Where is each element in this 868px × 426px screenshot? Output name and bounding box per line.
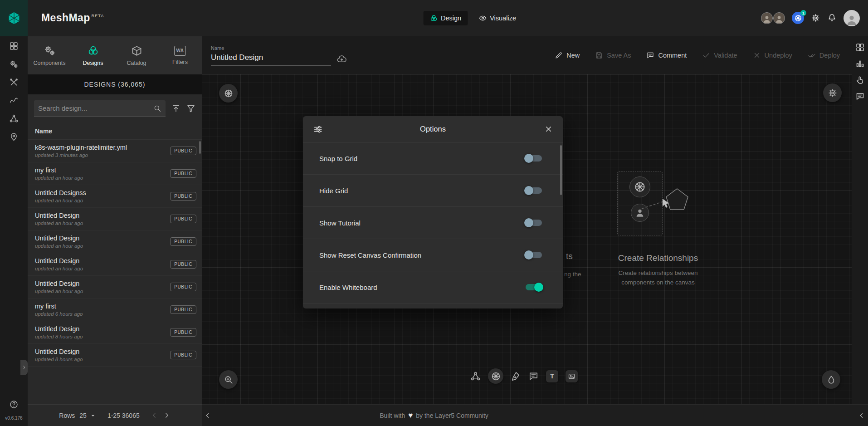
collapse-right-button[interactable] xyxy=(858,405,865,426)
chat-icon xyxy=(855,92,865,101)
validate-button[interactable]: Validate xyxy=(702,51,737,59)
deploy-button[interactable]: Deploy xyxy=(808,51,840,59)
design-list-item[interactable]: Untitled Designupdated 8 hours ago PUBLI… xyxy=(28,321,202,344)
collapse-left-button[interactable] xyxy=(204,405,211,426)
user-avatar[interactable] xyxy=(844,10,860,26)
save-as-button[interactable]: Save As xyxy=(595,51,631,59)
next-page-button[interactable] xyxy=(163,411,171,419)
import-design-button[interactable] xyxy=(171,104,180,113)
double-check-icon xyxy=(808,51,816,59)
design-list-item[interactable]: Untitled Designupdated 8 hours ago PUBLI… xyxy=(28,344,202,367)
tune-sliders-icon xyxy=(313,124,323,134)
help-button[interactable] xyxy=(0,396,28,413)
toggle-reset-canvas-confirmation[interactable] xyxy=(526,252,542,258)
dock-panels-button[interactable] xyxy=(855,43,865,52)
app-root: v0.6.176 MeshMapBETA Design Visualize 1 xyxy=(0,0,868,426)
modal-scrollbar[interactable] xyxy=(560,145,562,195)
option-row-reset-canvas-confirmation: Show Reset Canvas Confirmation xyxy=(303,239,563,271)
components-icon xyxy=(44,44,56,57)
design-name-group: Name xyxy=(211,45,347,66)
rail-item-extensions[interactable] xyxy=(0,110,28,127)
rail-item-performance[interactable] xyxy=(0,92,28,109)
canvas-settings-button[interactable] xyxy=(823,83,842,102)
comment-tool-button[interactable] xyxy=(528,371,539,382)
draw-tool-button[interactable] xyxy=(511,371,521,382)
zoom-button[interactable] xyxy=(219,370,238,389)
filter-button[interactable] xyxy=(186,104,195,113)
design-list-item[interactable]: Untitled Designupdated an hour ago PUBLI… xyxy=(28,253,202,276)
design-list-item[interactable]: k8s-wasm-plugin-ratelimiter.ymlupdated 3… xyxy=(28,140,202,162)
toggle-enable-whiteboard[interactable] xyxy=(526,284,542,290)
cloud-icon xyxy=(336,54,347,64)
rail-item-configuration[interactable] xyxy=(0,73,28,91)
text-tool-button[interactable]: T xyxy=(546,370,558,382)
media-tool-button[interactable] xyxy=(566,370,578,382)
comment-button[interactable]: Comment xyxy=(646,51,687,59)
rail-item-lifecycle[interactable] xyxy=(0,55,28,73)
design-list-item[interactable]: Untitled Designupdated an hour ago PUBLI… xyxy=(28,208,202,230)
tab-visualize[interactable]: Visualize xyxy=(472,11,522,25)
rail-item-dashboard[interactable] xyxy=(0,37,28,54)
visibility-badge: PUBLIC xyxy=(170,215,196,223)
tools-icon xyxy=(9,78,19,87)
kubernetes-icon xyxy=(794,14,802,22)
tab-design[interactable]: Design xyxy=(423,11,468,25)
designs-count-header: DESIGNS (36,065) xyxy=(28,74,202,94)
design-updated: updated an hour ago xyxy=(35,198,166,203)
design-list-item[interactable]: Untitled Designupdated an hour ago PUBLI… xyxy=(28,230,202,253)
design-name: k8s-wasm-plugin-ratelimiter.yml xyxy=(35,144,166,151)
tab-designs[interactable]: Designs xyxy=(71,36,115,74)
version-label: v0.6.176 xyxy=(5,413,22,426)
design-list-item[interactable]: Untitled Designupdated an hour ago PUBLI… xyxy=(28,276,202,299)
new-button[interactable]: New xyxy=(555,51,580,59)
kubernetes-fab-button[interactable] xyxy=(219,84,238,103)
kubernetes-tool-button[interactable] xyxy=(488,368,503,384)
rail-item-location[interactable] xyxy=(0,128,28,145)
layer5-logo[interactable] xyxy=(0,0,28,36)
toggle-snap-to-grid[interactable] xyxy=(526,155,542,162)
layer5-hexagon-icon xyxy=(6,10,22,26)
collaborator-avatar[interactable] xyxy=(761,12,773,24)
search-input[interactable] xyxy=(38,104,153,112)
dock-comments-button[interactable] xyxy=(855,92,865,101)
toggle-show-tutorial[interactable] xyxy=(526,220,542,226)
design-actions: New Save As Comment Validate Undeploy De… xyxy=(555,51,840,59)
sidebar-expander[interactable] xyxy=(20,360,28,375)
notifications-button[interactable] xyxy=(827,13,837,23)
design-list-item[interactable]: Untitled Designssupdated an hour ago PUB… xyxy=(28,185,202,208)
tab-components[interactable]: Components xyxy=(28,36,71,74)
design-list-item[interactable]: my firstupdated 6 hours ago PUBLIC xyxy=(28,299,202,321)
visibility-badge: PUBLIC xyxy=(170,169,196,178)
prev-page-button[interactable] xyxy=(151,411,158,419)
tab-catalog[interactable]: Catalog xyxy=(115,36,158,74)
hint-title: Create Relationships xyxy=(590,253,726,263)
image-icon xyxy=(568,372,575,380)
heart-icon: ♥ xyxy=(408,411,413,420)
design-name: Untitled Design xyxy=(35,257,166,264)
design-name: my first xyxy=(35,303,166,310)
undeploy-button[interactable]: Undeploy xyxy=(753,51,792,59)
toggle-hide-grid[interactable] xyxy=(526,187,542,194)
options-modal-title: Options xyxy=(303,125,563,133)
bell-icon xyxy=(827,13,837,23)
drop-tool-button[interactable] xyxy=(822,370,840,389)
list-scrollbar[interactable] xyxy=(199,141,201,154)
shapes-tool-button[interactable] xyxy=(470,371,481,382)
footer-credit: Built with ♥ by the Layer5 Community xyxy=(380,405,488,426)
close-button[interactable] xyxy=(544,125,553,133)
tab-filters[interactable]: WA Filters xyxy=(158,36,202,74)
kubernetes-context-chip[interactable]: 1 xyxy=(792,12,804,24)
pen-nib-icon xyxy=(511,371,521,382)
design-name-input[interactable] xyxy=(211,53,331,62)
dock-analytics-button[interactable] xyxy=(855,59,865,69)
cloud-save-button[interactable] xyxy=(336,54,347,66)
settings-button[interactable] xyxy=(811,13,820,23)
check-icon xyxy=(702,51,710,59)
grid-icon xyxy=(855,43,865,52)
dock-interact-button[interactable] xyxy=(855,75,865,85)
design-list-item[interactable]: my firstupdated an hour ago PUBLIC xyxy=(28,162,202,185)
design-updated: updated an hour ago xyxy=(35,266,166,271)
rows-per-page-select[interactable]: 25 xyxy=(79,412,97,419)
collaborator-avatar[interactable] xyxy=(773,12,785,24)
visibility-badge: PUBLIC xyxy=(170,260,196,269)
